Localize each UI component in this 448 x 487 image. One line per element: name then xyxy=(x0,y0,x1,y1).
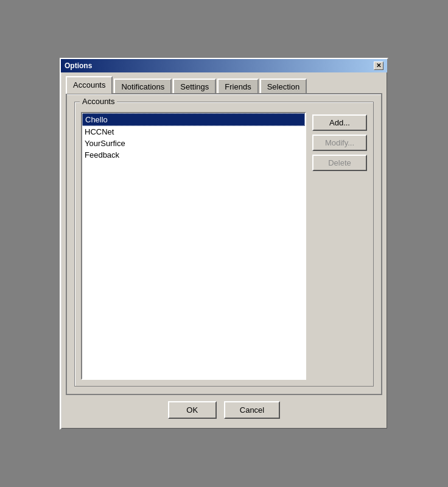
accounts-group-label: Accounts xyxy=(80,97,117,106)
list-item-hccnet[interactable]: HCCNet xyxy=(82,126,305,138)
window-title: Options xyxy=(65,61,92,70)
tab-selection[interactable]: Selection xyxy=(260,79,307,94)
cancel-button[interactable]: Cancel xyxy=(224,401,280,419)
accounts-buttons: Add... Modify... Delete xyxy=(312,112,367,380)
title-bar: Options ✕ xyxy=(61,59,387,72)
close-button[interactable]: ✕ xyxy=(374,61,383,70)
tab-content-accounts: Accounts Chello HCCNet YourSurfice Feedb… xyxy=(66,93,382,395)
accounts-group: Accounts Chello HCCNet YourSurfice Feedb… xyxy=(74,102,374,387)
accounts-listbox[interactable]: Chello HCCNet YourSurfice Feedback xyxy=(81,112,306,380)
tab-accounts[interactable]: Accounts xyxy=(66,76,113,94)
options-window: Options ✕ Accounts Notifications Setting… xyxy=(60,58,388,430)
tab-notifications[interactable]: Notifications xyxy=(114,79,172,94)
list-item-feedback[interactable]: Feedback xyxy=(82,149,305,161)
list-item-chello[interactable]: Chello xyxy=(82,113,305,126)
ok-button[interactable]: OK xyxy=(168,401,217,419)
tab-settings[interactable]: Settings xyxy=(173,79,216,94)
window-body: Accounts Notifications Settings Friends … xyxy=(61,72,387,429)
tab-bar: Accounts Notifications Settings Friends … xyxy=(66,77,382,94)
bottom-bar: OK Cancel xyxy=(66,395,382,424)
delete-button[interactable]: Delete xyxy=(312,155,367,171)
list-item-yoursurfice[interactable]: YourSurfice xyxy=(82,138,305,149)
tab-friends[interactable]: Friends xyxy=(217,79,258,94)
modify-button[interactable]: Modify... xyxy=(312,135,367,151)
add-button[interactable]: Add... xyxy=(312,114,367,131)
